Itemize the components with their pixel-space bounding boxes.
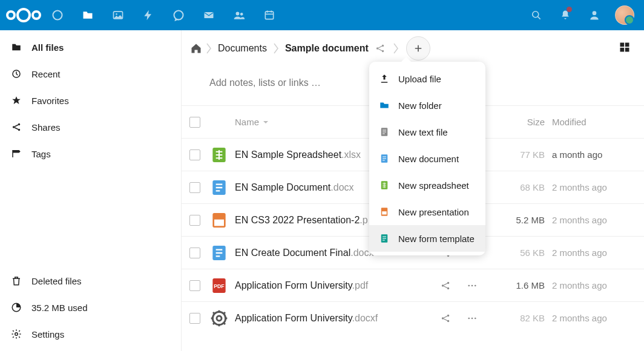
new-menu-new-form-template[interactable]: New form template: [369, 225, 485, 252]
svg-point-19: [376, 47, 378, 49]
svg-rect-22: [620, 43, 625, 47]
activity-icon[interactable]: [133, 0, 163, 30]
sidebar-item-all-files[interactable]: All files: [0, 34, 181, 61]
svg-point-0: [18, 9, 30, 21]
svg-point-14: [13, 126, 15, 128]
file-size: 5.2 MB: [491, 215, 550, 225]
svg-point-12: [593, 11, 597, 15]
plus-icon: [413, 43, 424, 54]
svg-rect-10: [265, 11, 273, 19]
file-checkbox[interactable]: [189, 280, 200, 291]
share-action[interactable]: [438, 278, 453, 293]
dashboard-icon[interactable]: [42, 0, 73, 30]
menu-item-label: New spreadsheet: [398, 180, 469, 191]
svg-point-6: [174, 11, 183, 20]
new-menu-new-text-file[interactable]: New text file: [369, 119, 485, 145]
svg-text:PDF: PDF: [214, 283, 224, 289]
new-menu-new-folder[interactable]: New folder: [369, 92, 485, 119]
svg-point-8: [236, 12, 240, 16]
files-icon[interactable]: [73, 0, 103, 30]
breadcrumb: Documents Sample document: [190, 41, 402, 56]
sidebar-item-label: All files: [31, 42, 64, 53]
sidebar-item-recent[interactable]: Recent: [0, 61, 181, 87]
sidebar-deleted-files[interactable]: Deleted files: [0, 267, 181, 294]
svg-rect-66: [382, 211, 387, 214]
file-type-icon: PDF: [208, 275, 230, 297]
photos-icon[interactable]: [103, 0, 133, 30]
file-name: Application Form University.docxf: [235, 313, 438, 324]
sidebar-deleted-label: Deleted files: [31, 276, 82, 286]
new-menu-upload-file[interactable]: Upload file: [369, 65, 485, 92]
svg-point-1: [7, 11, 15, 19]
file-type-icon: [208, 242, 230, 264]
svg-rect-23: [625, 43, 629, 47]
file-name: Application Form University.pdf: [235, 280, 438, 291]
svg-point-11: [533, 11, 539, 18]
file-checkbox[interactable]: [189, 182, 200, 193]
new-menu-new-document[interactable]: New document: [369, 145, 485, 172]
svg-point-15: [18, 123, 20, 125]
file-row[interactable]: PDFApplication Form University.pdf1.6 MB…: [182, 269, 644, 301]
svg-point-2: [33, 11, 40, 19]
folder-icon: [379, 100, 390, 111]
grid-view-toggle[interactable]: [619, 41, 633, 56]
mail-icon[interactable]: [194, 0, 224, 30]
notification-dot-icon: [567, 7, 572, 12]
sheet-icon: [379, 180, 390, 191]
file-modified: 2 months ago: [550, 313, 634, 323]
sidebar-item-label: Shares: [31, 122, 61, 133]
chevron-right-icon: [393, 41, 399, 56]
file-size: 68 KB: [491, 182, 550, 192]
share-action[interactable]: [438, 311, 453, 326]
file-row[interactable]: Application Form University.docxf82 KB2 …: [182, 301, 644, 334]
file-checkbox[interactable]: [189, 215, 200, 226]
sidebar-item-label: Favorites: [31, 96, 69, 106]
more-action[interactable]: [465, 278, 479, 293]
new-menu-new-presentation[interactable]: New presentation: [369, 198, 485, 225]
menu-item-label: New presentation: [398, 207, 469, 217]
file-modified: 2 months ago: [550, 280, 634, 290]
sidebar-quota: 35.2 MB used: [0, 294, 181, 321]
svg-point-3: [53, 11, 62, 20]
notifications-icon[interactable]: [552, 0, 579, 30]
sidebar: All filesRecentFavoritesSharesTags Delet…: [0, 30, 182, 351]
new-menu-new-spreadsheet[interactable]: New spreadsheet: [369, 172, 485, 198]
file-checkbox[interactable]: [189, 149, 200, 160]
calendar-icon[interactable]: [254, 0, 284, 30]
svg-point-52: [472, 284, 473, 286]
contacts-icon[interactable]: [224, 0, 254, 30]
search-icon[interactable]: [523, 0, 550, 30]
sidebar-settings[interactable]: Settings: [0, 321, 181, 347]
new-menu: Upload fileNew folderNew text fileNew do…: [369, 62, 485, 255]
svg-rect-35: [214, 219, 224, 226]
menu-item-label: New text file: [398, 127, 448, 137]
svg-rect-7: [205, 12, 214, 18]
nextcloud-logo[interactable]: [5, 0, 42, 30]
crumb-documents[interactable]: Documents: [215, 43, 269, 54]
more-action[interactable]: [465, 311, 479, 326]
sidebar-item-shares[interactable]: Shares: [0, 114, 181, 140]
header-modified[interactable]: Modified: [550, 117, 634, 127]
talk-icon[interactable]: [163, 0, 194, 30]
select-all-checkbox[interactable]: [189, 117, 200, 128]
sidebar-item-favorites[interactable]: Favorites: [0, 87, 181, 114]
home-icon[interactable]: [190, 42, 202, 54]
header-size[interactable]: Size: [491, 117, 550, 127]
file-size: 56 KB: [491, 248, 550, 258]
file-checkbox[interactable]: [189, 248, 200, 258]
main-panel: Documents Sample document Name Si: [182, 30, 644, 351]
svg-point-50: [447, 287, 449, 289]
crumb-current: Sample document: [283, 43, 371, 54]
menu-item-label: New document: [398, 154, 459, 164]
file-checkbox[interactable]: [189, 313, 200, 324]
file-type-icon: [208, 307, 230, 329]
svg-point-18: [15, 333, 18, 336]
svg-point-21: [382, 50, 384, 52]
menu-item-label: New form template: [398, 234, 475, 244]
share-icon[interactable]: [375, 43, 386, 54]
svg-point-16: [18, 129, 20, 131]
svg-point-48: [442, 284, 444, 286]
user-avatar[interactable]: [615, 5, 634, 25]
sidebar-item-tags[interactable]: Tags: [0, 140, 181, 167]
contacts-menu-icon[interactable]: [581, 0, 608, 30]
